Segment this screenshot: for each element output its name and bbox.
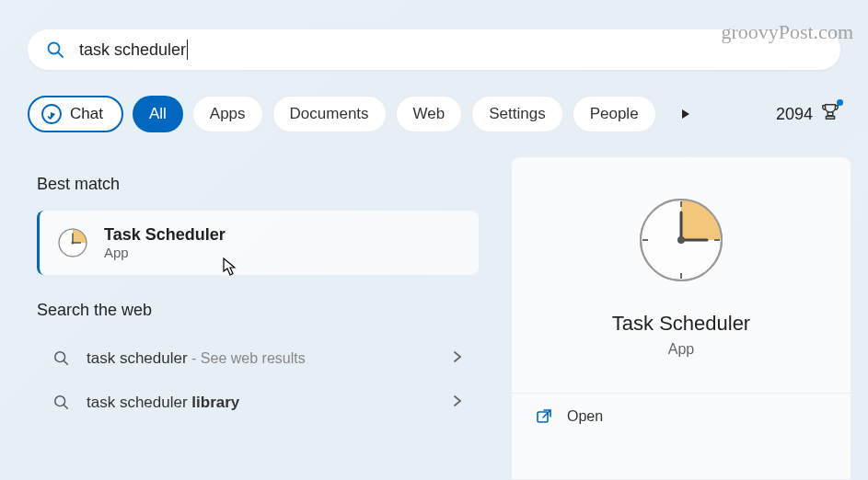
search-icon xyxy=(53,394,70,411)
details-panel: Task Scheduler App Open xyxy=(511,156,851,480)
open-icon xyxy=(536,408,552,425)
web-result-2-text: task scheduler library xyxy=(87,394,239,412)
task-scheduler-icon xyxy=(56,226,89,259)
result-title: Task Scheduler xyxy=(104,225,226,245)
bing-chat-icon xyxy=(41,103,63,125)
result-subtitle: App xyxy=(104,245,226,260)
svg-line-1 xyxy=(58,52,63,57)
filter-settings[interactable]: Settings xyxy=(471,96,562,132)
svg-line-9 xyxy=(64,360,67,364)
web-result-1-text: task scheduler - See web results xyxy=(87,349,306,368)
filter-row: Chat All Apps Documents Web Settings Peo… xyxy=(28,96,840,132)
filter-more-arrow[interactable] xyxy=(669,97,702,131)
content-area: Best match Task Scheduler App Search the… xyxy=(0,156,868,480)
chevron-right-icon xyxy=(453,349,462,368)
best-match-result[interactable]: Task Scheduler App xyxy=(37,211,479,275)
trophy-icon xyxy=(820,102,840,127)
search-icon xyxy=(46,40,64,59)
filter-people[interactable]: People xyxy=(573,96,656,132)
task-scheduler-large-icon xyxy=(635,194,727,286)
open-label: Open xyxy=(567,408,603,425)
filter-documents[interactable]: Documents xyxy=(272,96,387,132)
details-app-subtitle: App xyxy=(668,341,694,358)
svg-point-20 xyxy=(677,236,685,244)
details-app-title: Task Scheduler xyxy=(612,312,750,336)
chat-pill[interactable]: Chat xyxy=(28,96,123,132)
filter-apps[interactable]: Apps xyxy=(192,96,263,132)
search-bar[interactable]: task scheduler xyxy=(28,29,840,70)
points-value: 2094 xyxy=(776,105,813,124)
watermark-text: groovyPost.com xyxy=(721,20,853,44)
results-column: Best match Task Scheduler App Search the… xyxy=(0,156,511,480)
chevron-right-icon xyxy=(453,394,462,412)
open-action[interactable]: Open xyxy=(512,393,851,440)
filter-all[interactable]: All xyxy=(133,96,183,132)
web-result-1[interactable]: task scheduler - See web results xyxy=(37,337,479,381)
svg-line-11 xyxy=(64,405,67,408)
search-icon xyxy=(53,350,70,367)
rewards-points[interactable]: 2094 xyxy=(776,102,840,127)
filter-web[interactable]: Web xyxy=(396,96,463,132)
chat-label: Chat xyxy=(70,105,103,123)
search-input-text[interactable]: task scheduler xyxy=(79,40,186,60)
text-cursor xyxy=(187,40,188,60)
best-match-heading: Best match xyxy=(37,175,511,194)
web-result-2[interactable]: task scheduler library xyxy=(37,381,479,425)
search-web-heading: Search the web xyxy=(37,301,511,320)
